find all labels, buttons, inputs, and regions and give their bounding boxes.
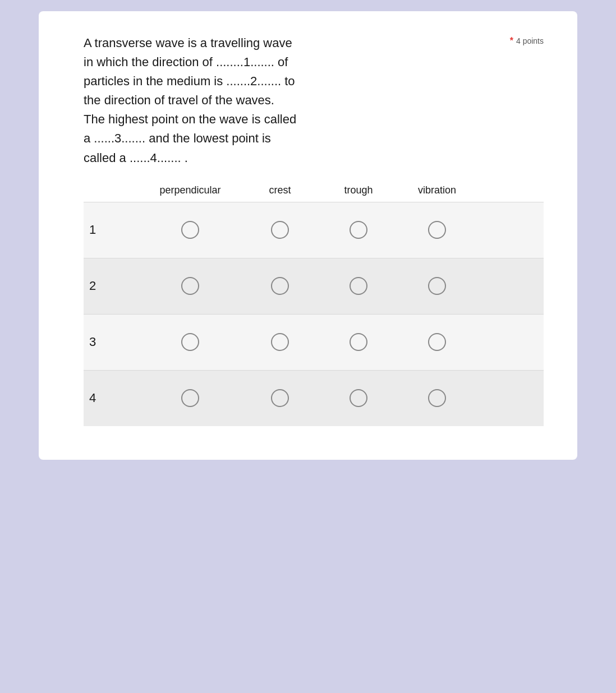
radio-cell-3-vibration[interactable] (398, 333, 476, 351)
radio-4-vibration[interactable] (428, 389, 446, 407)
question-line7: called a ......4....... . (84, 151, 188, 165)
question-card: A transverse wave is a travelling wave i… (39, 11, 577, 460)
row-label-4: 4 (84, 391, 140, 405)
radio-3-perpendicular[interactable] (181, 333, 199, 351)
question-line1: A transverse wave is a travelling wave (84, 36, 292, 50)
radio-2-crest[interactable] (271, 277, 289, 295)
radio-1-perpendicular[interactable] (181, 221, 199, 239)
radio-2-trough[interactable] (350, 277, 367, 295)
table-row: 3 (84, 314, 544, 370)
radio-cell-4-perpendicular[interactable] (140, 389, 241, 407)
table-row: 2 (84, 258, 544, 314)
radio-2-vibration[interactable] (428, 277, 446, 295)
radio-cell-2-trough[interactable] (319, 277, 398, 295)
col-header-empty (84, 184, 140, 196)
question-line5: The highest point on the wave is called (84, 112, 296, 126)
row-label-3: 3 (84, 335, 140, 349)
table-row: 4 (84, 370, 544, 426)
radio-1-trough[interactable] (350, 221, 367, 239)
radio-cell-4-trough[interactable] (319, 389, 398, 407)
question-line6: a ......3....... and the lowest point is (84, 131, 271, 145)
points-label: * 4 points (510, 36, 544, 46)
radio-cell-3-trough[interactable] (319, 333, 398, 351)
radio-4-trough[interactable] (350, 389, 367, 407)
radio-3-trough[interactable] (350, 333, 367, 351)
radio-cell-1-vibration[interactable] (398, 221, 476, 239)
required-asterisk: * (510, 36, 513, 46)
radio-cell-1-crest[interactable] (241, 221, 319, 239)
question-line3: particles in the medium is .......2.....… (84, 74, 295, 88)
row-label-2: 2 (84, 279, 140, 293)
radio-4-perpendicular[interactable] (181, 389, 199, 407)
question-line2: in which the direction of ........1.....… (84, 55, 288, 69)
radio-cell-1-trough[interactable] (319, 221, 398, 239)
radio-cell-2-perpendicular[interactable] (140, 277, 241, 295)
col-header-vibration: vibration (398, 184, 476, 196)
col-header-trough: trough (319, 184, 398, 196)
radio-2-perpendicular[interactable] (181, 277, 199, 295)
radio-cell-1-perpendicular[interactable] (140, 221, 241, 239)
radio-4-crest[interactable] (271, 389, 289, 407)
radio-1-crest[interactable] (271, 221, 289, 239)
radio-cell-4-vibration[interactable] (398, 389, 476, 407)
radio-cell-2-vibration[interactable] (398, 277, 476, 295)
points-text: 4 points (516, 36, 544, 45)
row-label-1: 1 (84, 223, 140, 237)
col-header-crest: crest (241, 184, 319, 196)
radio-cell-2-crest[interactable] (241, 277, 319, 295)
answer-grid: perpendicular crest trough vibration 1 2 (84, 184, 544, 426)
column-headers-row: perpendicular crest trough vibration (84, 184, 544, 196)
radio-cell-3-crest[interactable] (241, 333, 319, 351)
radio-cell-3-perpendicular[interactable] (140, 333, 241, 351)
radio-3-vibration[interactable] (428, 333, 446, 351)
col-header-perpendicular: perpendicular (140, 184, 241, 196)
question-line4: the direction of travel of the waves. (84, 93, 274, 107)
radio-cell-4-crest[interactable] (241, 389, 319, 407)
table-row: 1 (84, 202, 544, 258)
radio-3-crest[interactable] (271, 333, 289, 351)
question-text: A transverse wave is a travelling wave i… (84, 34, 296, 168)
radio-1-vibration[interactable] (428, 221, 446, 239)
question-header: A transverse wave is a travelling wave i… (84, 34, 544, 168)
